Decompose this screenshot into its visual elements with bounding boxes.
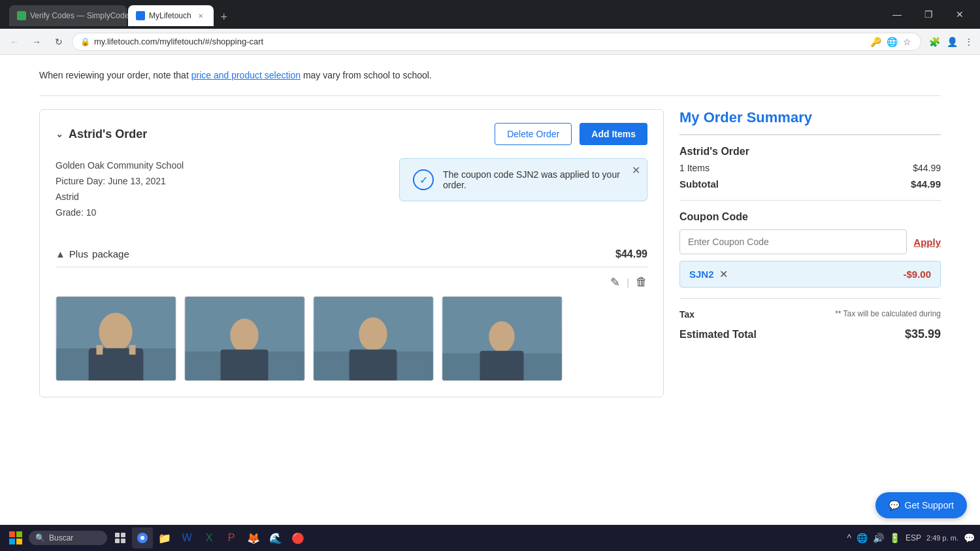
coupon-discount-amount: -$9.00 (903, 269, 931, 280)
tab-verify-codes[interactable]: Verify Codes — SimplyCodes ✕ (9, 5, 127, 26)
svg-point-2 (99, 312, 132, 351)
student-grade: Grade: 10 (56, 205, 184, 221)
order-card: ⌄ Astrid's Order Delete Order Add Items … (39, 109, 664, 397)
photo-placeholder-3 (314, 297, 433, 380)
address-field[interactable]: 🔒 my.lifetouch.com/mylifetouch/#/shoppin… (72, 33, 921, 51)
svg-rect-13 (350, 349, 397, 380)
order-actions: Delete Order Add Items (495, 123, 647, 145)
estimated-total-label: Estimated Total (679, 329, 757, 341)
remove-coupon-button[interactable]: ✕ (719, 268, 728, 280)
picture-day: Picture Day: June 13, 2021 (56, 174, 184, 190)
tab-label-1: Verify Codes — SimplyCodes (30, 11, 133, 20)
add-items-button[interactable]: Add Items (580, 123, 647, 145)
tab-label-2: MyLifetouch (149, 11, 191, 20)
applied-coupon-code: SJN2 (689, 269, 714, 280)
action-separator: | (627, 277, 629, 288)
delete-icon[interactable]: 🗑 (636, 275, 647, 289)
notice-text: When reviewing your order, note that pri… (39, 68, 941, 82)
photo-placeholder-4 (442, 297, 562, 380)
order-body: Golden Oak Community School Picture Day:… (40, 158, 663, 396)
coupon-notification: ✕ ✓ The coupon code SJN2 was applied to … (399, 158, 647, 201)
package-row: ▲ Plus package $44.99 (56, 242, 647, 267)
photo-card-2 (184, 296, 305, 381)
close-button[interactable]: ✕ (945, 4, 975, 25)
order-header: ⌄ Astrid's Order Delete Order Add Items (40, 110, 663, 158)
profile-icon[interactable]: 👤 (945, 35, 959, 48)
summary-items-row: 1 Items $44.99 (679, 163, 941, 173)
forward-button[interactable]: → (27, 33, 46, 51)
tax-label: Tax (679, 309, 694, 320)
package-chevron-icon: ▲ (56, 248, 65, 259)
package-label: ▲ Plus package (56, 248, 129, 259)
tab-favicon-2 (136, 11, 145, 20)
tab-mylifetouch[interactable]: MyLifetouch ✕ (128, 5, 214, 26)
photo-card-3 (313, 296, 434, 381)
minimize-button[interactable]: — (882, 4, 912, 25)
secure-icon: 🔒 (80, 37, 90, 46)
svg-point-8 (230, 318, 258, 352)
address-icons: 🔑 🌐 ☆ (869, 35, 913, 48)
browser-chrome: Verify Codes — SimplyCodes ✕ MyLifetouch… (0, 0, 980, 29)
summary-subtotal-price: $44.99 (911, 178, 941, 190)
package-name: Plus (69, 248, 88, 259)
coupon-code-badge: SJN2 ✕ (689, 268, 728, 280)
order-name: Astrid's Order (69, 127, 147, 141)
price-product-link[interactable]: price and product selection (191, 70, 301, 80)
svg-rect-4 (96, 344, 103, 354)
delete-order-button[interactable]: Delete Order (495, 123, 572, 145)
coupon-section: Coupon Code Apply SJN2 ✕ -$9.00 (679, 211, 941, 288)
new-tab-button[interactable]: + (215, 8, 233, 26)
coupon-message: The coupon code SJN2 was applied to your… (443, 169, 634, 190)
coupon-code-input[interactable] (679, 229, 907, 254)
notice-text-after: may vary from school to school. (301, 70, 432, 80)
window-controls: — ❐ ✕ (882, 4, 975, 25)
photo-card-4 (442, 296, 563, 381)
address-text: my.lifetouch.com/mylifetouch/#/shopping-… (94, 37, 865, 46)
coupon-input-row: Apply (679, 229, 941, 254)
order-collapse-chevron[interactable]: ⌄ (56, 129, 63, 139)
tax-row: Tax ** Tax will be calculated during (679, 309, 941, 320)
apply-coupon-button[interactable]: Apply (913, 237, 941, 248)
page-content: When reviewing your order, note that pri… (0, 55, 980, 410)
order-title: ⌄ Astrid's Order (56, 127, 147, 141)
coupon-section-label: Coupon Code (679, 211, 941, 223)
summary-title: My Order Summary (679, 109, 941, 135)
svg-rect-5 (129, 344, 136, 354)
check-icon: ✓ (413, 169, 434, 190)
notification-close-button[interactable]: ✕ (632, 164, 640, 176)
action-icons: ✎ | 🗑 (56, 275, 647, 290)
translate-icon[interactable]: 🌐 (885, 35, 899, 48)
bookmark-icon[interactable]: ☆ (902, 35, 913, 48)
summary-order-name: Astrid's Order (679, 146, 941, 158)
reload-button[interactable]: ↻ (50, 33, 68, 51)
tab-favicon-1 (17, 11, 26, 20)
main-layout: ⌄ Astrid's Order Delete Order Add Items … (39, 109, 941, 397)
edit-icon[interactable]: ✎ (610, 275, 620, 290)
extensions-icon[interactable]: 🧩 (928, 35, 941, 48)
password-manager-icon[interactable]: 🔑 (869, 35, 883, 48)
menu-icon[interactable]: ⋮ (963, 35, 975, 48)
package-sub-label: package (92, 248, 129, 259)
photo-placeholder-2 (185, 297, 304, 380)
school-name: Golden Oak Community School (56, 158, 184, 174)
notice-text-before: When reviewing your order, note that (39, 70, 191, 80)
photo-grid (56, 296, 647, 381)
summary-divider-1 (679, 200, 941, 201)
svg-rect-9 (221, 349, 269, 380)
summary-items-price: $44.99 (913, 163, 941, 173)
tax-note: ** Tax will be calculated during (835, 309, 941, 318)
photo-placeholder-1 (56, 297, 176, 380)
svg-point-12 (359, 317, 387, 350)
summary-divider-2 (679, 298, 941, 299)
applied-coupon: SJN2 ✕ -$9.00 (679, 261, 941, 288)
total-row: Estimated Total $35.99 (679, 327, 941, 341)
summary-items-label: 1 Items (679, 163, 710, 173)
photo-card-1 (56, 296, 176, 381)
back-button[interactable]: ← (5, 33, 24, 51)
package-price: $44.99 (615, 248, 647, 260)
tab-close-2[interactable]: ✕ (195, 10, 206, 21)
summary-subtotal-label: Subtotal (679, 178, 719, 190)
svg-rect-17 (480, 350, 524, 380)
maximize-button[interactable]: ❐ (913, 4, 943, 25)
order-summary: My Order Summary Astrid's Order 1 Items … (679, 109, 941, 341)
